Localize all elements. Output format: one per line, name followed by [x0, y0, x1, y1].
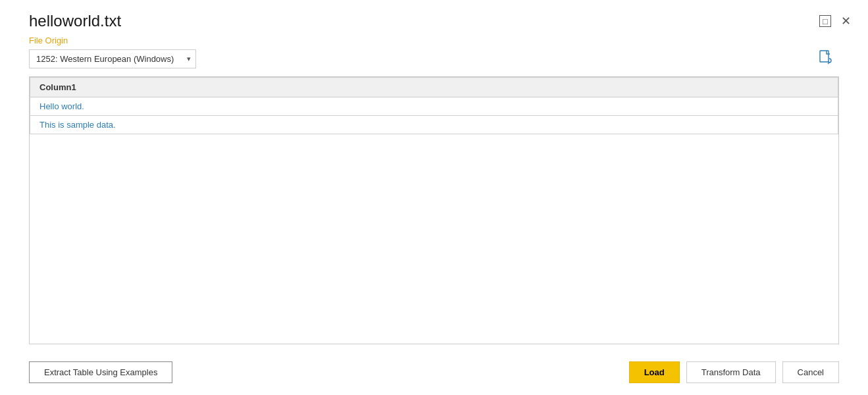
- window-title: helloworld.txt: [29, 12, 121, 30]
- table-cell: Hello world.: [30, 97, 838, 116]
- extract-table-button[interactable]: Extract Table Using Examples: [29, 361, 172, 383]
- footer-left: Extract Table Using Examples: [29, 361, 172, 383]
- maximize-button[interactable]: □: [819, 15, 831, 27]
- file-origin-dropdown[interactable]: 1252: Western European (Windows) 65001: …: [29, 49, 196, 68]
- close-button[interactable]: ✕: [839, 14, 852, 28]
- footer-right: Load Transform Data Cancel: [629, 361, 839, 383]
- table-row: This is sample data.: [30, 116, 838, 134]
- load-button[interactable]: Load: [629, 361, 680, 383]
- file-origin-dropdown-wrapper: 1252: Western European (Windows) 65001: …: [29, 49, 196, 68]
- svg-rect-0: [820, 51, 829, 62]
- footer: Extract Table Using Examples Load Transf…: [29, 355, 839, 395]
- main-window: helloworld.txt □ ✕ File Origin 1252: Wes…: [0, 0, 868, 395]
- refresh-file-button[interactable]: [818, 49, 834, 68]
- table-cell: This is sample data.: [30, 116, 838, 134]
- data-table: Column1 Hello world. This is sample data…: [30, 77, 838, 134]
- cancel-button[interactable]: Cancel: [782, 361, 839, 383]
- file-origin-label: File Origin: [29, 36, 839, 45]
- main-content: File Origin 1252: Western European (Wind…: [0, 36, 868, 395]
- transform-data-button[interactable]: Transform Data: [686, 361, 776, 383]
- column1-header: Column1: [30, 78, 838, 97]
- window-controls: □ ✕: [819, 14, 852, 28]
- file-origin-row: 1252: Western European (Windows) 65001: …: [29, 49, 839, 68]
- title-bar: helloworld.txt □ ✕: [0, 0, 868, 36]
- refresh-file-icon: [818, 49, 834, 65]
- table-area: Column1 Hello world. This is sample data…: [29, 76, 839, 344]
- table-row: Hello world.: [30, 97, 838, 116]
- file-origin-section: File Origin 1252: Western European (Wind…: [29, 36, 839, 68]
